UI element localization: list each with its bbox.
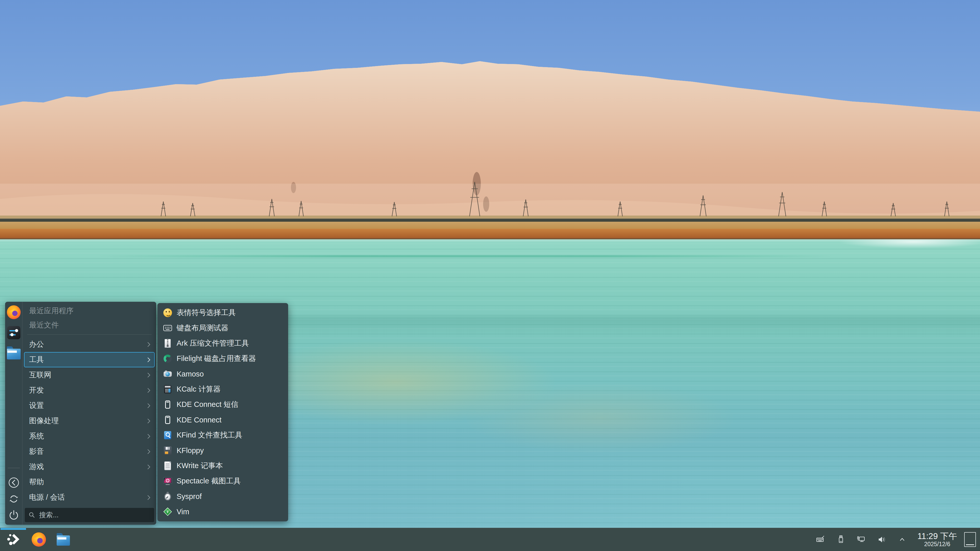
submenu-arrow-icon — [145, 449, 150, 454]
submenu-item-3[interactable]: Filelight 磁盘占用查看器 — [158, 351, 288, 366]
submenu-arrow-icon — [145, 495, 150, 500]
category-label: 图像处理 — [29, 416, 59, 426]
category-label: 系统 — [29, 431, 44, 441]
tray-keyboard-icon[interactable] — [816, 535, 825, 544]
app-label: 表情符号选择工具 — [177, 308, 236, 318]
submenu-item-8[interactable]: KFind 文件查找工具 — [158, 427, 288, 443]
submenu-arrow-icon — [145, 434, 150, 438]
category-item-3[interactable]: 开发 — [24, 383, 155, 398]
category-item-2[interactable]: 互联网 — [24, 367, 155, 383]
category-item-9[interactable]: 帮助 — [24, 475, 155, 490]
app-label: Kamoso — [177, 370, 204, 378]
filelight-app-icon — [163, 354, 172, 363]
submenu-item-12[interactable]: Sysprof — [158, 489, 288, 504]
category-item-6[interactable]: 系统 — [24, 429, 155, 444]
submenu-item-2[interactable]: Ark 压缩文件管理工具 — [158, 336, 288, 351]
restart-icon — [8, 493, 20, 505]
app-launcher-button[interactable] — [0, 528, 27, 551]
show-desktop-button[interactable] — [964, 532, 976, 547]
app-label: Spectacle 截图工具 — [177, 476, 241, 486]
category-label: 工具 — [29, 354, 44, 365]
emoji-app-icon — [163, 308, 172, 318]
recent-section-0: 最近应用程序 — [24, 304, 155, 318]
submenu-item-11[interactable]: Spectacle 截图工具 — [158, 473, 288, 489]
tray-volume-icon[interactable] — [877, 535, 886, 544]
system-settings-icon — [7, 326, 21, 339]
submenu-arrow-icon — [145, 388, 150, 392]
category-item-4[interactable]: 设置 — [24, 398, 155, 413]
submenu-item-6[interactable]: KDE Connect 短信 — [158, 397, 288, 412]
submenu-item-1[interactable]: 键盘布局测试器 — [158, 321, 288, 336]
category-label: 电源 / 会话 — [29, 492, 65, 503]
submenu-item-7[interactable]: KDE Connect — [158, 412, 288, 427]
favorite-dolphin[interactable] — [6, 346, 21, 360]
search-input[interactable] — [38, 511, 151, 519]
shutdown-icon — [8, 510, 20, 521]
submenu-item-4[interactable]: Kamoso — [158, 366, 288, 382]
submenu-arrow-icon — [145, 465, 150, 469]
favorite-firefox[interactable] — [6, 305, 21, 319]
app-label: KCalc 计算器 — [177, 384, 221, 394]
back-button[interactable] — [8, 477, 20, 489]
clock[interactable]: 11:29 下午 2025/12/6 — [918, 532, 957, 547]
back-icon — [8, 477, 20, 489]
favorite-system-settings[interactable] — [6, 326, 21, 340]
submenu-arrow-icon — [145, 403, 150, 408]
kcalc-app-icon — [163, 385, 172, 394]
kwrite-app-icon — [163, 461, 172, 470]
favorites-list — [6, 305, 21, 366]
session-actions — [8, 472, 20, 521]
category-item-10[interactable]: 电源 / 会话 — [24, 490, 155, 505]
ark-app-icon — [163, 339, 172, 348]
tray-chevron-up-icon[interactable] — [897, 535, 907, 544]
system-tray — [816, 535, 907, 544]
shutdown-button[interactable] — [8, 510, 20, 521]
category-area: 最近应用程序最近文件办公工具互联网开发设置图像处理系统影音游戏帮助电源 / 会话 — [22, 302, 156, 525]
app-label: KFind 文件查找工具 — [177, 430, 242, 440]
tray-usb-icon[interactable] — [836, 535, 845, 544]
taskbar-firefox-button[interactable] — [27, 528, 51, 551]
vim-app-icon — [163, 507, 172, 516]
firefox-icon — [7, 305, 21, 319]
kfind-app-icon — [163, 430, 172, 440]
category-label: 最近文件 — [29, 320, 59, 330]
search-box[interactable] — [25, 508, 154, 522]
app-label: Filelight 磁盘占用查看器 — [177, 354, 256, 364]
keyboard-app-icon — [163, 324, 172, 333]
submenu-item-5[interactable]: KCalc 计算器 — [158, 382, 288, 397]
category-label: 最近应用程序 — [29, 306, 73, 316]
app-label: KFloppy — [177, 446, 204, 455]
submenu-item-0[interactable]: 表情符号选择工具 — [158, 305, 288, 321]
taskbar-dolphin-button[interactable] — [51, 528, 76, 551]
tools-submenu: 表情符号选择工具键盘布局测试器Ark 压缩文件管理工具Filelight 磁盘占… — [158, 303, 288, 521]
submenu-item-10[interactable]: KWrite 记事本 — [158, 458, 288, 473]
category-item-1[interactable]: 工具 — [24, 352, 155, 367]
submenu-item-13[interactable]: Vim — [158, 504, 288, 519]
tray-display-icon[interactable] — [857, 535, 866, 544]
submenu-arrow-icon — [145, 373, 150, 377]
submenu-item-9[interactable]: KFloppy — [158, 443, 288, 458]
category-item-8[interactable]: 游戏 — [24, 459, 155, 475]
kc-app-icon — [163, 400, 172, 409]
restart-button[interactable] — [8, 493, 20, 505]
dolphin-icon — [7, 349, 21, 359]
kamoso-app-icon — [163, 369, 172, 379]
submenu-arrow-icon — [145, 357, 150, 362]
category-item-7[interactable]: 影音 — [24, 444, 155, 459]
kickoff-icon — [5, 532, 21, 548]
strip-separator — [8, 468, 20, 468]
taskbar: 11:29 下午 2025/12/6 — [0, 528, 980, 551]
category-label: 帮助 — [29, 477, 44, 487]
spectacle-app-icon — [163, 476, 172, 486]
search-icon — [28, 511, 35, 519]
app-label: Vim — [177, 508, 189, 516]
wallpaper-desert-orange-band — [0, 229, 980, 239]
application-menu: 最近应用程序最近文件办公工具互联网开发设置图像处理系统影音游戏帮助电源 / 会话 — [5, 302, 156, 525]
category-item-5[interactable]: 图像处理 — [24, 413, 155, 429]
sysprof-app-icon — [163, 492, 172, 501]
category-item-0[interactable]: 办公 — [24, 337, 155, 352]
category-separator — [27, 334, 151, 335]
clock-date: 2025/12/6 — [918, 541, 957, 547]
recent-section-1: 最近文件 — [24, 318, 155, 332]
category-list: 最近应用程序最近文件办公工具互联网开发设置图像处理系统影音游戏帮助电源 / 会话 — [24, 304, 155, 505]
